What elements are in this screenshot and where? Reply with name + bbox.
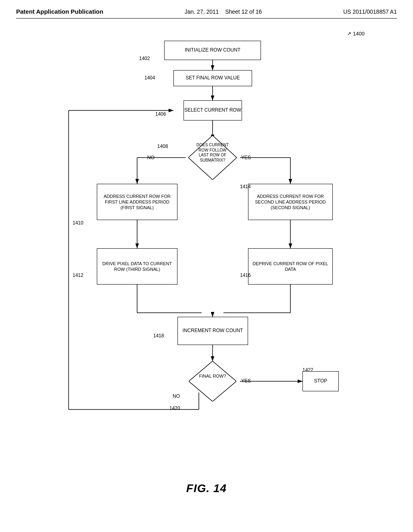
label-yes-1420: YES: [241, 378, 251, 384]
diagram-area: ↗ 1400: [16, 23, 397, 478]
node-address-first-line: ADDRESS CURRENT ROW FOR FIRST LINE ADDRE…: [97, 184, 177, 220]
page-header: Patent Application Publication Jan. 27, …: [16, 8, 397, 19]
label-1410: 1410: [73, 220, 83, 226]
label-no-1408: NO: [147, 155, 154, 160]
patent-number: US 2011/0018857 A1: [343, 8, 397, 15]
node-stop: STOP: [302, 371, 339, 391]
label-1412: 1412: [73, 272, 83, 278]
label-1416: 1416: [240, 272, 251, 278]
publication-title: Patent Application Publication: [16, 8, 103, 15]
node-initialize-row-count: INITIALIZE ROW COUNT: [164, 41, 261, 60]
node-set-final-row: SET FINAL ROW VALUE: [173, 70, 252, 86]
node-increment-row-count: INCREMENT ROW COUNT: [177, 317, 248, 345]
node-does-current-row: DOES CURRENT ROW FOLLOW LAST ROW OF SUBM…: [188, 135, 237, 180]
publication-date: Jan. 27, 2011 Sheet 12 of 16: [185, 8, 262, 15]
node-drive-pixel-data: DRIVE PIXEL DATA TO CURRENT ROW (THIRD S…: [97, 248, 177, 285]
figure-label: FIG. 14: [16, 482, 397, 495]
label-1414: 1414: [240, 184, 251, 189]
label-1408: 1408: [157, 143, 168, 149]
label-1418: 1418: [153, 333, 164, 339]
flow-connections: [16, 23, 397, 478]
node-select-current-row: SELECT CURRENT ROW: [184, 100, 242, 121]
node-address-second-line: ADDRESS CURRENT ROW FOR SECOND LINE ADDR…: [248, 184, 333, 220]
diamond-1408-text: DOES CURRENT ROW FOLLOW LAST ROW OF SUBM…: [194, 143, 231, 163]
ref-1400: ↗ 1400: [347, 31, 365, 37]
label-1406: 1406: [155, 111, 166, 117]
page: Patent Application Publication Jan. 27, …: [0, 0, 413, 532]
label-yes-1408: YES: [241, 155, 251, 160]
diamond-1420-text: FINAL ROW?: [197, 373, 228, 379]
node-deprive-pixel-data: DEPRIVE CURRENT ROW OF PIXEL DATA: [248, 248, 333, 285]
label-1404: 1404: [144, 75, 155, 81]
label-1420: 1420: [169, 405, 180, 411]
label-no-1420: NO: [173, 393, 180, 399]
node-final-row: FINAL ROW?: [189, 361, 236, 401]
label-1422: 1422: [302, 367, 313, 373]
svg-marker-24: [189, 361, 236, 401]
label-1402: 1402: [139, 56, 150, 61]
